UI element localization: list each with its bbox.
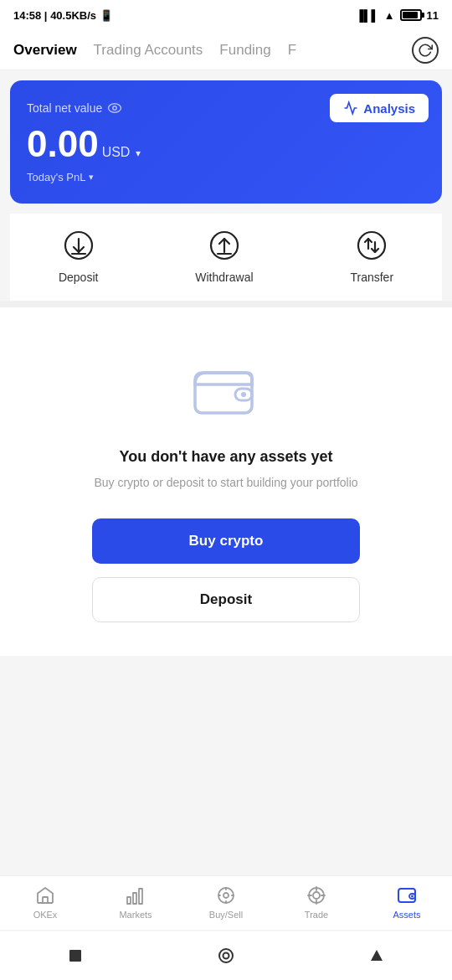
svg-point-35 <box>223 953 229 959</box>
svg-point-0 <box>109 104 121 113</box>
bottom-navigation: OKEx Markets Buy/Sell <box>0 875 452 930</box>
currency-label: USD ▾ <box>102 145 141 160</box>
system-recent-button[interactable] <box>362 941 392 971</box>
markets-icon <box>125 885 146 906</box>
transfer-label: Transfer <box>350 271 393 284</box>
currency-dropdown-icon[interactable]: ▾ <box>136 147 141 159</box>
battery-level: 11 <box>427 9 439 22</box>
status-icons: ▐▌▌ ▲ 11 <box>356 9 439 22</box>
svg-point-8 <box>358 232 385 259</box>
today-pnl-label: Today's PnL <box>27 171 85 183</box>
nav-trade[interactable]: Trade <box>271 885 362 920</box>
action-buttons: Deposit Withdrawal <box>10 214 442 301</box>
status-network: 40.5KB/s <box>50 9 96 22</box>
svg-point-19 <box>223 893 229 898</box>
section-divider <box>0 301 452 307</box>
svg-point-13 <box>241 392 246 397</box>
svg-point-25 <box>313 892 320 899</box>
nav-buysell[interactable]: Buy/Sell <box>181 885 271 920</box>
tab-funding[interactable]: Funding <box>219 39 270 62</box>
deposit-label: Deposit <box>59 271 98 284</box>
nav-trade-label: Trade <box>305 910 328 920</box>
pnl-dropdown-icon: ▾ <box>89 172 94 183</box>
signal-icon: ▐▌▌ <box>356 9 379 22</box>
portfolio-card: Analysis Total net value 0.00 USD ▾ Toda… <box>10 80 442 204</box>
system-back-button[interactable] <box>60 941 90 971</box>
refresh-button[interactable] <box>412 37 439 64</box>
withdrawal-label: Withdrawal <box>195 271 253 284</box>
svg-rect-15 <box>127 897 131 904</box>
tab-overview[interactable]: Overview <box>13 39 77 62</box>
status-time: 14:58 <box>13 9 41 22</box>
svg-point-32 <box>411 895 413 898</box>
total-value: 0.00 <box>27 126 99 162</box>
nav-tabs: Overview Trading Accounts Funding F <box>0 30 452 70</box>
empty-title: You don't have any assets yet <box>119 448 332 466</box>
empty-subtitle: Buy crypto or deposit to start building … <box>94 474 357 492</box>
nav-okex-label: OKEx <box>33 910 58 920</box>
transfer-button[interactable]: Transfer <box>350 227 393 284</box>
svg-point-34 <box>219 949 233 962</box>
nav-assets[interactable]: Assets <box>362 885 452 920</box>
home-icon <box>34 885 56 906</box>
total-net-text: Total net value <box>27 101 102 115</box>
svg-marker-36 <box>371 950 383 961</box>
nav-markets-label: Markets <box>119 910 152 920</box>
deposit-icon <box>60 227 97 264</box>
tab-trading-accounts[interactable]: Trading Accounts <box>94 39 203 62</box>
total-value-row: 0.00 USD ▾ <box>27 121 425 162</box>
system-home-button[interactable] <box>211 941 241 971</box>
today-pnl[interactable]: Today's PnL ▾ <box>27 171 425 183</box>
svg-point-1 <box>113 106 117 111</box>
nav-assets-label: Assets <box>393 910 420 920</box>
svg-rect-14 <box>43 897 48 903</box>
buysell-icon <box>215 885 237 906</box>
deposit-empty-button[interactable]: Deposit <box>92 577 360 622</box>
battery-icon <box>400 9 422 21</box>
assets-icon <box>396 885 418 906</box>
nav-okex[interactable]: OKEx <box>0 885 90 920</box>
currency-code: USD <box>102 145 131 159</box>
status-bar: 14:58 | 40.5KB/s 📱 ▐▌▌ ▲ 11 <box>0 0 452 30</box>
eye-icon[interactable] <box>107 101 122 116</box>
withdrawal-icon <box>206 227 243 264</box>
svg-rect-33 <box>69 950 81 962</box>
trade-icon <box>306 885 327 906</box>
nav-buysell-label: Buy/Sell <box>209 910 243 920</box>
buy-crypto-button[interactable]: Buy crypto <box>92 518 360 564</box>
svg-rect-17 <box>139 889 142 904</box>
transfer-icon <box>353 227 390 264</box>
wallet-illustration <box>188 358 264 428</box>
nav-markets[interactable]: Markets <box>90 885 181 920</box>
wifi-icon: ▲ <box>384 9 395 22</box>
svg-rect-16 <box>133 893 136 904</box>
withdrawal-button[interactable]: Withdrawal <box>195 227 253 284</box>
analysis-label: Analysis <box>363 101 415 116</box>
empty-assets-state: You don't have any assets yet Buy crypto… <box>0 307 452 656</box>
analysis-button[interactable]: Analysis <box>330 94 429 122</box>
tab-f[interactable]: F <box>288 39 296 62</box>
deposit-button[interactable]: Deposit <box>59 227 98 284</box>
status-time-network: 14:58 | 40.5KB/s 📱 <box>13 9 113 22</box>
system-navigation <box>0 931 452 980</box>
